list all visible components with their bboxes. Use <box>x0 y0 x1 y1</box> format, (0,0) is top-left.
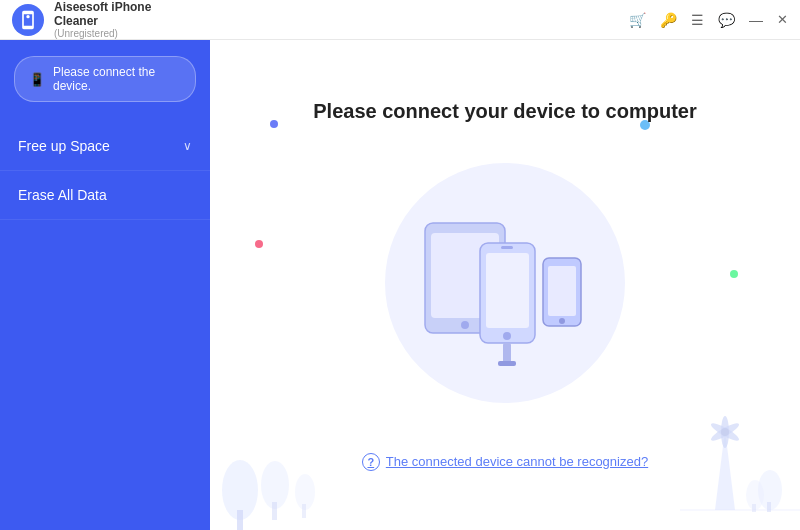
sidebar-navigation: Free up Space ∨ Erase All Data <box>0 122 210 220</box>
svg-rect-14 <box>767 502 771 512</box>
svg-point-8 <box>721 416 729 448</box>
svg-point-0 <box>26 15 29 18</box>
svg-rect-23 <box>501 246 513 249</box>
app-logo <box>12 4 44 36</box>
svg-point-11 <box>721 428 729 436</box>
svg-rect-6 <box>302 504 306 518</box>
dot-green-right <box>730 270 738 278</box>
svg-rect-27 <box>503 343 511 363</box>
dot-pink-left <box>255 240 263 248</box>
svg-point-19 <box>461 321 469 329</box>
cart-icon[interactable]: 🛒 <box>629 12 646 28</box>
connect-button-label: Please connect the device. <box>53 65 181 93</box>
svg-rect-4 <box>272 502 277 520</box>
svg-rect-16 <box>752 504 756 512</box>
app-subtitle: (Unregistered) <box>54 28 151 39</box>
svg-rect-2 <box>237 510 243 530</box>
key-icon[interactable]: 🔑 <box>660 12 677 28</box>
svg-point-9 <box>709 421 741 444</box>
svg-rect-28 <box>498 361 516 366</box>
erase-all-data-label: Erase All Data <box>18 187 107 203</box>
menu-icon[interactable]: ☰ <box>691 12 704 28</box>
svg-point-13 <box>758 470 782 510</box>
svg-rect-21 <box>486 253 529 328</box>
phone-icon: 📱 <box>29 72 45 87</box>
trees-decoration <box>210 430 410 530</box>
connect-device-button[interactable]: 📱 Please connect the device. <box>14 56 196 102</box>
svg-point-3 <box>261 461 289 509</box>
sidebar: 📱 Please connect the device. Free up Spa… <box>0 40 210 530</box>
svg-point-22 <box>503 332 511 340</box>
devices-svg <box>405 193 605 373</box>
title-bar: Aiseesoft iPhone Cleaner (Unregistered) … <box>0 0 800 40</box>
help-icon: ? <box>362 453 380 471</box>
close-button[interactable]: ✕ <box>777 12 788 27</box>
svg-point-10 <box>709 421 741 444</box>
chat-icon[interactable]: 💬 <box>718 12 735 28</box>
sidebar-item-free-up-space[interactable]: Free up Space ∨ <box>0 122 210 171</box>
device-illustration <box>385 163 625 403</box>
svg-point-1 <box>222 460 258 520</box>
app-title-group: Aiseesoft iPhone Cleaner (Unregistered) <box>54 0 151 39</box>
main-layout: 📱 Please connect the device. Free up Spa… <box>0 40 800 530</box>
help-link-text: The connected device cannot be recognize… <box>386 454 648 469</box>
illustration-circle <box>385 163 625 403</box>
dot-blue-left <box>270 120 278 128</box>
free-up-space-label: Free up Space <box>18 138 110 154</box>
chevron-down-icon: ∨ <box>183 139 192 153</box>
svg-marker-7 <box>715 430 735 510</box>
content-area: Please connect your device to computer <box>210 40 800 530</box>
window-controls: 🛒 🔑 ☰ 💬 — ✕ <box>629 12 788 28</box>
help-link[interactable]: ? The connected device cannot be recogni… <box>362 453 648 471</box>
svg-rect-25 <box>548 266 576 316</box>
sidebar-item-erase-all-data[interactable]: Erase All Data <box>0 171 210 220</box>
app-name: Aiseesoft iPhone <box>54 0 151 14</box>
svg-point-26 <box>559 318 565 324</box>
minimize-button[interactable]: — <box>749 12 763 28</box>
page-title: Please connect your device to computer <box>313 100 696 123</box>
app-name-line2: Cleaner <box>54 14 151 28</box>
svg-point-5 <box>295 474 315 510</box>
svg-point-15 <box>746 480 764 510</box>
